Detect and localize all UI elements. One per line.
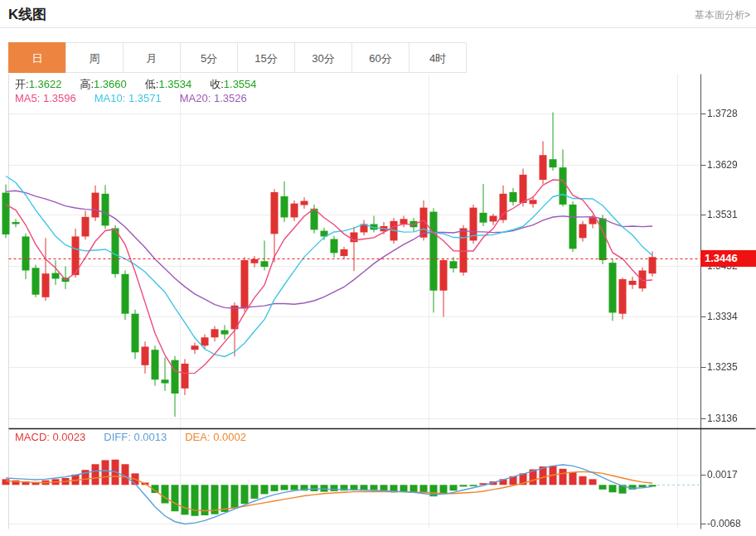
open-pair: 开:1.3622	[15, 77, 61, 92]
dea-value: 0.0002	[213, 431, 246, 443]
diff-label: DIFF:	[104, 431, 131, 443]
ma-row: MA5: 1.3596 MA10: 1.3571 MA20: 1.3526	[15, 92, 265, 104]
close-value: 1.3554	[224, 78, 257, 90]
price-tick-label: 1.3334	[707, 311, 755, 322]
high-value: 1.3660	[94, 78, 127, 90]
low-pair: 低:1.3534	[145, 77, 191, 92]
price-tick-label: 1.3531	[707, 209, 755, 220]
ma5-label: MA5:	[15, 92, 40, 104]
close-pair: 收:1.3554	[210, 77, 256, 92]
low-value: 1.3534	[158, 78, 191, 90]
kline-widget: K线图 基本面分析> 日周月5分15分30分60分4时 开:1.3622 高:1…	[0, 0, 756, 536]
ma5-pair: MA5: 1.3596	[15, 92, 76, 104]
diff-value: 0.0013	[133, 431, 167, 443]
macd-label: MACD:	[15, 431, 50, 443]
tab-周[interactable]: 周	[65, 42, 124, 73]
price-tick-label: 1.3629	[707, 159, 755, 171]
tab-30分[interactable]: 30分	[294, 42, 352, 73]
tab-日[interactable]: 日	[8, 42, 66, 73]
tab-月[interactable]: 月	[123, 42, 181, 73]
low-label: 低:	[145, 78, 159, 90]
macd-pair: MACD: 0.0023	[15, 431, 85, 443]
ma20-label: MA20:	[180, 92, 211, 104]
ma10-value: 1.3571	[128, 92, 162, 104]
price-tick-label: 1.3136	[707, 413, 755, 424]
ohlc-row: 开:1.3622 高:1.3660 低:1.3534 收:1.3554	[15, 77, 275, 92]
macd-value: 0.0023	[53, 431, 86, 443]
ma5-value: 1.3596	[43, 92, 76, 104]
ma10-label: MA10:	[94, 92, 126, 104]
open-value: 1.3622	[29, 78, 62, 90]
last-price-badge: 1.3446	[700, 250, 756, 267]
tab-5分[interactable]: 5分	[180, 42, 238, 73]
dea-pair: DEA: 0.0002	[185, 431, 246, 443]
ma20-value: 1.3526	[214, 92, 247, 104]
price-tick-label: 1.3728	[707, 108, 755, 119]
high-label: 高:	[80, 78, 94, 90]
tab-15分[interactable]: 15分	[237, 42, 295, 73]
period-tabs: 日周月5分15分30分60分4时	[8, 42, 467, 73]
macd-tick-label: 0.0017	[707, 469, 755, 480]
close-label: 收:	[210, 78, 224, 90]
diff-pair: DIFF: 0.0013	[104, 431, 167, 443]
tab-4时[interactable]: 4时	[409, 42, 467, 73]
open-label: 开:	[15, 78, 29, 90]
macd-row: MACD: 0.0023 DIFF: 0.0013 DEA: 0.0002	[15, 431, 264, 443]
ma10-pair: MA10: 1.3571	[94, 92, 162, 104]
price-tick-label: 1.3235	[707, 361, 755, 373]
dea-label: DEA:	[185, 431, 210, 443]
tab-60分[interactable]: 60分	[351, 42, 410, 73]
macd-tick-label: -0.0068	[707, 518, 755, 529]
high-pair: 高:1.3660	[80, 77, 126, 92]
ma20-pair: MA20: 1.3526	[180, 92, 247, 104]
